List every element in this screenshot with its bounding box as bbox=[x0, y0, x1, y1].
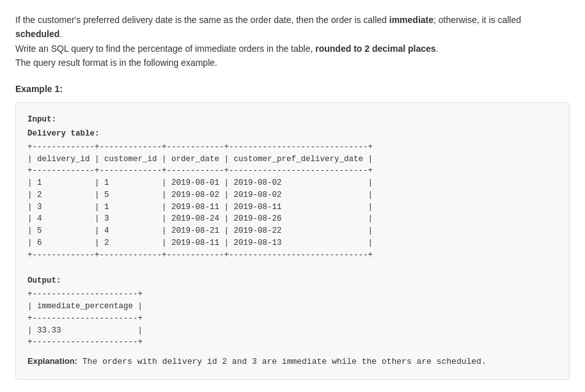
input-label: Input: bbox=[27, 113, 558, 126]
desc-line1-before: If the customer's preferred delivery dat… bbox=[15, 15, 389, 25]
desc-line2-end: . bbox=[436, 43, 439, 54]
explanation-line: Explanation: The orders with delivery id… bbox=[27, 355, 558, 369]
desc-line1-between: ; otherwise, it is called bbox=[433, 15, 521, 25]
description-line2: Write an SQL query to find the percentag… bbox=[15, 42, 570, 56]
explanation-label: Explanation: bbox=[27, 356, 77, 366]
desc-line1-end: . bbox=[59, 29, 62, 39]
description-line3: The query result format is in the follow… bbox=[15, 56, 570, 70]
description-block: If the customer's preferred delivery dat… bbox=[15, 13, 570, 70]
description-line1: If the customer's preferred delivery dat… bbox=[15, 13, 570, 42]
scheduled-keyword: scheduled bbox=[15, 29, 59, 39]
table-label: Delivery table: bbox=[27, 127, 558, 140]
output-label: Output: bbox=[27, 274, 558, 287]
example-title: Example 1: bbox=[15, 82, 570, 96]
rounded-keyword: rounded to 2 decimal places bbox=[315, 43, 435, 54]
example-box: Input: Delivery table: +-------------+--… bbox=[15, 102, 570, 380]
input-table: +-------------+-------------+-----------… bbox=[27, 141, 558, 262]
output-table: +----------------------+ | immediate_per… bbox=[27, 288, 558, 349]
immediate-keyword: immediate bbox=[389, 15, 433, 25]
desc-line2-before: Write an SQL query to find the percentag… bbox=[15, 43, 315, 54]
explanation-text: The orders with delivery id 2 and 3 are … bbox=[77, 357, 487, 366]
